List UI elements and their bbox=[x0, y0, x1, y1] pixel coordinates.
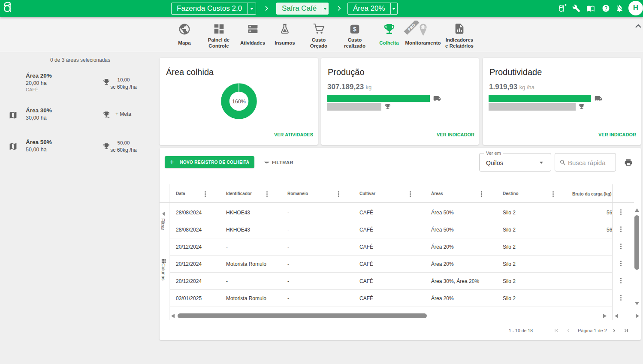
svg-text:$: $ bbox=[353, 26, 356, 33]
svg-text:160%: 160% bbox=[232, 99, 246, 105]
